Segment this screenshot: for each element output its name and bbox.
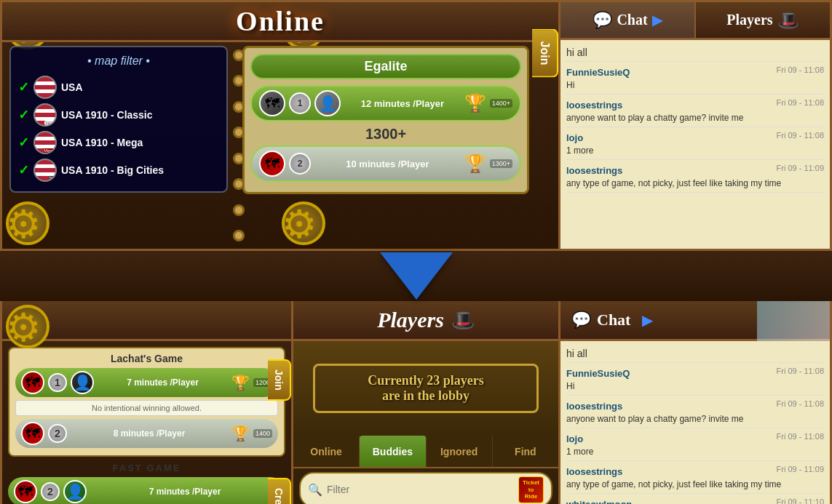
- players-hat-icon: 🎩: [451, 309, 475, 332]
- bottom-chat-text-1: Hi: [566, 381, 824, 391]
- lobby-line1: Currently 23 players: [368, 373, 484, 388]
- game-listing: Lachat's Game 🗺 1 👤 7 minutes /Player 🏆 …: [2, 341, 291, 504]
- bottom-chat-user-3: lojo: [566, 433, 583, 444]
- top-half: Online • map filter • ✓ USA ✓ 1910 USA 1…: [0, 0, 832, 251]
- create-tab[interactable]: Create: [268, 478, 291, 504]
- join-tab-top[interactable]: Join: [532, 29, 558, 78]
- map-item-usa1910c[interactable]: ✓ 1910 USA 1910 - Classic: [18, 101, 219, 129]
- bottom-chat-time-3: Fri 09 - 11:08: [777, 432, 824, 441]
- chat-user-1: FunnieSusieQ: [566, 67, 630, 78]
- chat-msg-3: lojo Fri 09 - 11:08 1 more: [566, 127, 824, 160]
- lachat-time-1: 7 minutes /Player: [98, 377, 228, 388]
- game-card-lachat: Lachat's Game 🗺 1 👤 7 minutes /Player 🏆 …: [8, 347, 285, 457]
- flag-usa1910m: Mega: [33, 131, 57, 154]
- trophy-icon-1: 🏆: [464, 93, 486, 113]
- chat-user-4: loosestrings: [566, 165, 622, 176]
- bottom-chat-hi-text: hi all: [566, 348, 587, 359]
- bottom-chat-time-5: Fri 09 - 11:10: [777, 497, 824, 504]
- trophy-icon-2: 🏆: [464, 153, 486, 174]
- player-avatar-2: 👤: [314, 90, 341, 116]
- bottom-chat-time-2: Fri 09 - 11:08: [777, 399, 824, 408]
- bottom-chat-msg-3: lojo Fri 09 - 11:08 1 more: [566, 428, 824, 461]
- game-card-row-1[interactable]: 🗺 1 👤 7 minutes /Player 🏆 1200: [15, 368, 278, 397]
- bottom-left-panel: line Lachat's Game 🗺 1 👤 7 minutes /Play…: [0, 301, 293, 504]
- chat-time-1: Fri 09 - 11:08: [777, 65, 824, 74]
- game-badge-1: 1: [289, 92, 311, 114]
- chat-tab-label: Chat: [617, 12, 647, 28]
- hat-icon-top: 🎩: [777, 10, 799, 31]
- subtab-online-label: Online: [310, 446, 342, 457]
- fast-avatar-2: 👤: [63, 480, 87, 503]
- bottom-chat-msg-1: FunnieSusieQ Fri 09 - 11:08 Hi: [566, 363, 824, 396]
- join-tab-bottom[interactable]: Join: [268, 359, 291, 401]
- chat-text-1: Hi: [566, 80, 824, 90]
- lachat-rating-2: 1400: [253, 429, 272, 438]
- rating-badge-2: 1300+: [490, 159, 512, 168]
- chat-hi-top: hi all: [566, 44, 824, 62]
- bottom-middle-panel: Players 🎩 Currently 23 players are in th…: [293, 301, 560, 504]
- players-search-bar[interactable]: 🔍 Ticket to Ride: [299, 472, 552, 504]
- subtab-find-label: Find: [515, 446, 536, 457]
- chat-bubble-icon: 💬: [593, 11, 612, 30]
- map-item-usa1910b[interactable]: ✓ Big USA 1910 - Big Cities: [18, 156, 219, 184]
- game-row-1[interactable]: 🗺 1 👤 12 minutes /Player 🏆 1400+: [250, 85, 521, 121]
- lachat-avatar-3: 🗺: [21, 422, 44, 445]
- gear-bl-tl: [6, 305, 49, 348]
- map-filter-title: • map filter •: [18, 55, 219, 68]
- players-tab-label: Players: [726, 12, 772, 28]
- join-label-bottom: Join: [273, 369, 285, 391]
- down-arrow: [380, 252, 453, 300]
- bottom-half: line Lachat's Game 🗺 1 👤 7 minutes /Play…: [0, 301, 832, 504]
- players-panel-title: Players: [377, 308, 444, 332]
- map-item-usa1910m[interactable]: ✓ Mega USA 1910 - Mega: [18, 129, 219, 156]
- fast-time: 7 minutes /Player: [90, 487, 280, 497]
- bottom-chat-title: Chat: [597, 311, 630, 329]
- map-item-usa[interactable]: ✓ USA: [18, 73, 219, 101]
- checkmark-usa: ✓: [18, 79, 29, 95]
- subtab-online[interactable]: Online: [293, 436, 360, 467]
- bottom-chat-arrow-icon: ▶: [642, 311, 653, 329]
- tab-chat[interactable]: 💬 Chat ▶: [560, 2, 696, 38]
- filter-input[interactable]: [327, 484, 514, 495]
- subtab-ignored[interactable]: Ignored: [427, 436, 493, 467]
- chat-time-4: Fri 09 - 11:09: [777, 164, 824, 172]
- lobby-line2: are in the lobby: [382, 388, 470, 403]
- bottom-chat-user-2: loosestrings: [566, 401, 622, 412]
- players-subtabs: Online Buddies Ignored Find: [293, 436, 558, 468]
- lachat-badge-1: 1: [48, 373, 67, 392]
- sky-background: [757, 301, 830, 341]
- lachat-trophy-2: 🏆: [231, 425, 250, 442]
- bottom-right-panel: 💬 Chat ▶ hi all FunnieSusieQ Fri 09 - 11…: [560, 301, 832, 504]
- bottom-chat-msg-4: loosestrings Fri 09 - 11:09 any type of …: [566, 461, 824, 494]
- chat-msg-4: loosestrings Fri 09 - 11:09 any type of …: [566, 160, 824, 193]
- chat-time-2: Fri 09 - 11:08: [777, 98, 824, 107]
- chat-text-4: any type of game, not picky, just feel l…: [566, 178, 824, 188]
- checkmark-usa1910m: ✓: [18, 135, 29, 151]
- chat-text-3: 1 more: [566, 145, 824, 156]
- bottom-chat-msg-5: whiteowlmoon Fri 09 - 11:10 Dsteven now …: [566, 494, 824, 504]
- game-row-2[interactable]: 🗺 2 10 minutes /Player 🏆 1300+: [250, 145, 521, 182]
- bottom-chat-user-5: whiteowlmoon: [566, 499, 632, 504]
- gear-bottom-right: [282, 201, 325, 245]
- chat-msg-2: loosestrings Fri 09 - 11:08 anyone want …: [566, 95, 824, 127]
- bottom-chat-time-4: Fri 09 - 11:09: [777, 465, 824, 473]
- fast-game-row[interactable]: 🗺 2 👤 7 minutes /Player: [8, 477, 285, 504]
- players-lobby-info: Currently 23 players are in the lobby: [293, 341, 558, 436]
- fast-avatar-1: 🗺: [14, 480, 37, 503]
- gear-bottom-left: [6, 201, 49, 245]
- panel-tabs: 💬 Chat ▶ Players 🎩: [560, 2, 830, 40]
- title-bar: Online: [2, 2, 558, 42]
- player-avatar-1: 🗺: [259, 90, 285, 116]
- map-label-usa: USA: [61, 81, 83, 93]
- tab-players-top[interactable]: Players 🎩: [696, 2, 830, 38]
- ticket-badge: Ticket to Ride: [518, 476, 544, 503]
- rating-badge-1: 1400+: [490, 99, 512, 108]
- subtab-find[interactable]: Find: [493, 436, 558, 467]
- chat-msg-1: FunnieSusieQ Fri 09 - 11:08 Hi: [566, 62, 824, 95]
- bottom-chat-msg-2: loosestrings Fri 09 - 11:08 anyone want …: [566, 396, 824, 428]
- game-card-row-2[interactable]: 🗺 2 8 minutes /Player 🏆 1400: [15, 419, 278, 448]
- subtab-buddies[interactable]: Buddies: [360, 436, 426, 467]
- game-card-title-lachat: Lachat's Game: [15, 353, 278, 364]
- flag-usa1910b: Big: [33, 159, 57, 182]
- fast-badge: 2: [41, 482, 60, 501]
